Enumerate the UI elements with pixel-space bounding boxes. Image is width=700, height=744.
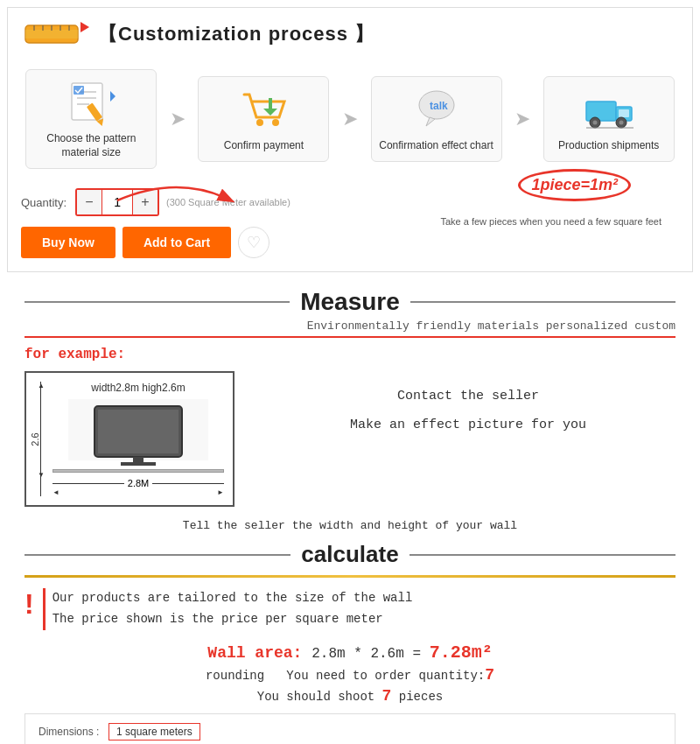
svg-rect-32 — [133, 457, 144, 462]
quantity-label: Quantity: — [21, 196, 66, 209]
wall-area-label: Wall area: — [207, 644, 302, 662]
svg-text:talk: talk — [430, 100, 448, 112]
svg-rect-23 — [619, 109, 629, 117]
step-2: Confirm payment — [198, 76, 329, 163]
top-section: 【Customization process 】 Choose the patt… — [7, 7, 693, 272]
shoot-line: You should shoot 7 pieces — [24, 687, 676, 705]
svg-marker-20 — [426, 117, 435, 126]
step-3-label: Confirmation effect chart — [379, 139, 494, 153]
truck-icon — [583, 86, 635, 134]
gold-line — [24, 575, 676, 578]
v-arrow-bottom: ▼ — [38, 471, 45, 479]
diagram-label: width2.8m high2.6m — [52, 382, 224, 394]
calc-line-left — [24, 554, 290, 556]
h-arrows: ◄► — [52, 488, 224, 496]
wall-area-line: Wall area: 2.8m * 2.6m = 7.28m² — [24, 642, 676, 663]
buy-now-button[interactable]: Buy Now — [21, 227, 116, 258]
dimensions-input-wrapper[interactable]: 1 square meters — [108, 723, 200, 740]
step-4: Production shipments — [543, 76, 675, 163]
measure-header: Measure — [24, 288, 676, 316]
shoot-qty: 7 — [382, 687, 392, 705]
calculate-header: calculate — [24, 541, 676, 568]
svg-rect-33 — [121, 462, 156, 466]
dimensions-label: Dimensions : — [38, 726, 108, 738]
header-row: 【Customization process 】 — [21, 17, 679, 52]
measure-line-left — [24, 301, 290, 303]
svg-rect-31 — [98, 410, 178, 453]
tv-illustration — [68, 399, 208, 469]
wall-area-result: 7.28m² — [430, 642, 493, 663]
step-2-label: Confirm payment — [224, 139, 304, 153]
piece-badge: 1piece=1m² — [518, 169, 631, 201]
measure-title: Measure — [300, 288, 400, 316]
vertical-dim-line — [40, 382, 41, 496]
page-title: 【Customization process 】 — [98, 21, 374, 47]
measure-line-right — [410, 301, 676, 303]
wishlist-button[interactable]: ♡ — [238, 227, 270, 258]
calc-line-right — [410, 554, 676, 556]
arrow-2: ➤ — [342, 108, 358, 130]
process-steps: Choose the pattern material size ➤ Confi… — [21, 62, 679, 176]
svg-point-27 — [619, 120, 623, 124]
bottom-section: Measure Environmentally friendly materia… — [7, 279, 693, 744]
warning-text: Our products are tailored to the size of… — [43, 588, 413, 630]
width-dim-row: 2.8M — [52, 478, 224, 488]
v-arrow-top: ▲ — [38, 382, 45, 390]
measure-subtitle: Environmentally friendly materials perso… — [24, 319, 676, 338]
pencil-paper-icon — [65, 79, 117, 127]
order-form: Dimensions : 1 square meters Shipping: F… — [24, 713, 676, 744]
wall-area-section: Wall area: 2.8m * 2.6m = 7.28m² rounding… — [24, 642, 676, 705]
shelf-line — [52, 469, 224, 473]
heart-icon: ♡ — [247, 233, 261, 252]
step-4-label: Production shipments — [558, 139, 659, 153]
arrow-1: ➤ — [170, 108, 186, 130]
piece-note: Take a few pieces when you need a few sq… — [440, 214, 662, 229]
diagram-area: 2.6 ▲ ▼ width2.8m high2.6m — [24, 371, 676, 507]
wall-area-calc: 2.8m * 2.6m = — [312, 646, 429, 662]
step-1-label: Choose the pattern material size — [33, 132, 149, 159]
quantity-row: Quantity: − + (300 Square Meter availabl… — [21, 188, 679, 216]
dimensions-row: Dimensions : 1 square meters — [38, 723, 662, 740]
svg-point-16 — [272, 119, 279, 126]
shopping-cart-icon — [237, 86, 290, 134]
dimensions-value: 1 square meters — [116, 726, 192, 738]
height-label: 2.6 — [30, 432, 40, 446]
red-arrow-icon — [108, 183, 248, 218]
contact-line-2: Make an effect picture for you — [261, 418, 676, 432]
buttons-row: Buy Now Add to Cart ♡ — [21, 227, 679, 258]
contact-info: Contact the seller Make an effect pictur… — [261, 371, 676, 432]
for-example-label: for example: — [24, 347, 676, 362]
step-1: Choose the pattern material size — [25, 69, 157, 169]
svg-rect-21 — [586, 102, 616, 121]
svg-marker-7 — [80, 22, 89, 32]
svg-rect-1 — [25, 30, 78, 39]
svg-point-15 — [256, 119, 263, 126]
add-to-cart-button[interactable]: Add to Cart — [122, 227, 231, 258]
calculate-title: calculate — [301, 541, 398, 568]
order-qty: 7 — [485, 666, 494, 684]
warning-box: ! Our products are tailored to the size … — [24, 588, 676, 630]
tell-seller-text: Tell the seller the width and height of … — [24, 519, 676, 532]
tape-measure-icon — [21, 17, 91, 52]
svg-rect-14 — [74, 86, 84, 95]
wall-diagram: 2.6 ▲ ▼ width2.8m high2.6m — [24, 371, 234, 507]
quantity-decrease-button[interactable]: − — [77, 190, 102, 214]
exclamation-icon: ! — [24, 590, 34, 618]
arrow-3: ➤ — [514, 108, 530, 130]
svg-point-25 — [592, 120, 597, 124]
step-3: talk Confirmation effect chart — [371, 76, 502, 163]
diagram-box: 2.6 ▲ ▼ width2.8m high2.6m — [24, 371, 234, 507]
talk-bubble-icon: talk — [410, 86, 463, 134]
rounding-line: rounding You need to order quantity:7 — [24, 666, 676, 684]
width-label: 2.8M — [124, 478, 152, 488]
contact-line-1: Contact the seller — [261, 389, 676, 404]
